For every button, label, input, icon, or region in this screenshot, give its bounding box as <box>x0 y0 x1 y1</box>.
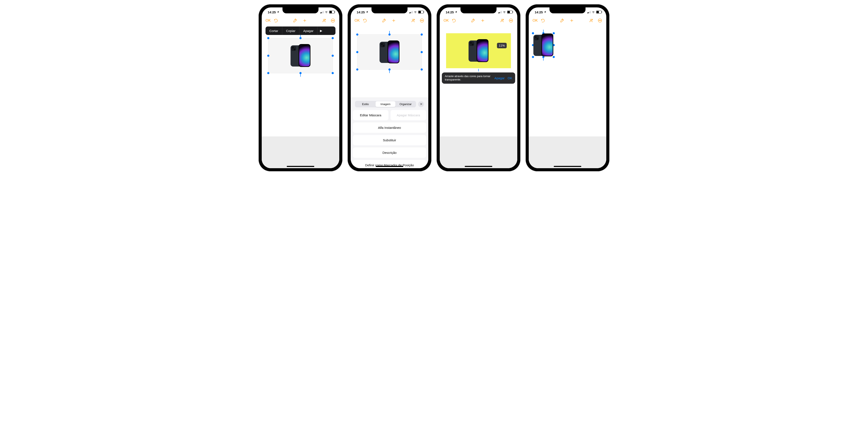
svg-point-23 <box>600 20 601 21</box>
toolbar: OK <box>529 16 606 25</box>
home-indicator[interactable] <box>376 166 403 167</box>
resize-handle[interactable] <box>421 33 423 36</box>
instant-alpha-button[interactable]: Alfa Instantâneo <box>353 123 426 133</box>
resize-handle[interactable] <box>356 33 358 36</box>
context-more-icon[interactable]: ▶ <box>317 29 325 32</box>
resize-handle[interactable] <box>332 37 334 39</box>
svg-point-15 <box>510 20 510 21</box>
alignment-guide-icon <box>478 69 479 71</box>
resize-handle[interactable] <box>332 55 334 57</box>
toolbar: OK <box>351 16 428 25</box>
collaborate-icon[interactable] <box>410 18 415 23</box>
replace-button[interactable]: Substituir <box>353 135 426 145</box>
alpha-percent-badge: 11% <box>497 43 507 48</box>
home-indicator[interactable] <box>554 166 581 167</box>
clock: 14:25 <box>446 10 454 14</box>
selected-image[interactable] <box>533 33 554 57</box>
svg-point-16 <box>511 20 511 21</box>
more-icon[interactable] <box>597 18 602 23</box>
tab-style[interactable]: Estilo <box>355 101 375 107</box>
phone-frame: 14:25 OK Cortar Copiar Apagar <box>258 4 342 171</box>
close-icon[interactable]: ✕ <box>418 101 424 107</box>
wifi-icon <box>414 11 417 13</box>
undo-icon[interactable] <box>362 18 368 23</box>
location-icon <box>366 11 368 13</box>
ok-button[interactable]: OK <box>354 19 360 23</box>
document-canvas[interactable] <box>351 25 428 98</box>
tab-image[interactable]: Imagem <box>375 101 396 107</box>
alignment-guide-icon <box>543 58 544 61</box>
alignment-guide-icon <box>543 30 544 32</box>
cellular-icon <box>587 11 591 13</box>
add-icon[interactable] <box>480 18 485 23</box>
context-cut[interactable]: Cortar <box>266 27 282 35</box>
alpha-clear-button[interactable]: Apagar <box>494 76 504 80</box>
resize-handle[interactable] <box>267 55 269 57</box>
edit-mask-button[interactable]: Editar Máscara <box>353 110 389 120</box>
alignment-guide-icon <box>300 74 301 77</box>
add-icon[interactable] <box>569 18 574 23</box>
svg-point-6 <box>412 19 414 21</box>
resize-handle[interactable] <box>267 37 269 39</box>
collaborate-icon[interactable] <box>588 18 594 23</box>
format-brush-icon[interactable] <box>559 18 564 23</box>
resize-handle[interactable] <box>356 51 358 53</box>
define-placeholder-button[interactable]: Definir como Marcador de Posição <box>353 160 426 168</box>
ok-button[interactable]: OK <box>266 19 271 23</box>
resize-handle[interactable] <box>300 72 302 74</box>
selected-image[interactable] <box>357 34 422 70</box>
page-background <box>529 136 606 168</box>
more-icon[interactable] <box>420 18 425 23</box>
phone-frame: 14:25 OK <box>526 4 610 171</box>
document-canvas[interactable] <box>529 25 606 168</box>
ok-button[interactable]: OK <box>532 19 538 23</box>
resize-handle[interactable] <box>389 68 391 70</box>
wifi-icon <box>324 11 328 13</box>
resize-handle[interactable] <box>332 72 334 74</box>
clock: 14:25 <box>356 10 365 14</box>
document-canvas[interactable]: 11% Arraste através das cores para torna… <box>440 25 517 168</box>
resize-handle[interactable] <box>421 51 423 53</box>
more-icon[interactable] <box>330 18 336 23</box>
notch <box>461 7 497 13</box>
tab-arrange[interactable]: Organizar <box>396 101 415 107</box>
home-indicator[interactable] <box>465 166 492 167</box>
product-image <box>290 44 310 67</box>
toolbar: OK <box>440 16 517 25</box>
battery-icon <box>507 10 513 13</box>
product-image <box>469 39 489 63</box>
format-sheet: Estilo Imagem Organizar ✕ Editar Máscara… <box>351 98 428 168</box>
undo-icon[interactable] <box>540 18 546 23</box>
resize-handle[interactable] <box>421 68 423 70</box>
undo-icon[interactable] <box>452 18 457 23</box>
location-icon <box>455 11 457 13</box>
cellular-icon <box>320 11 324 13</box>
format-brush-icon[interactable] <box>292 18 298 23</box>
document-canvas[interactable]: Cortar Copiar Apagar ▶ <box>262 25 339 168</box>
resize-handle[interactable] <box>356 68 358 70</box>
add-icon[interactable] <box>391 18 396 23</box>
instant-alpha-selection[interactable] <box>446 33 511 68</box>
more-icon[interactable] <box>508 18 514 23</box>
alpha-ok-button[interactable]: OK <box>507 76 512 80</box>
collaborate-icon[interactable] <box>321 18 327 23</box>
battery-icon <box>329 10 335 13</box>
collaborate-icon[interactable] <box>499 18 504 23</box>
resize-handle[interactable] <box>389 33 391 36</box>
svg-point-9 <box>421 20 421 21</box>
resize-handle[interactable] <box>300 37 302 39</box>
alpha-hint-text: Arraste através das cores para tornar tr… <box>445 74 491 82</box>
resize-handle[interactable] <box>267 72 269 74</box>
context-copy[interactable]: Copiar <box>282 27 300 35</box>
add-icon[interactable] <box>302 18 307 23</box>
ok-button[interactable]: OK <box>443 19 449 23</box>
format-brush-icon[interactable] <box>470 18 475 23</box>
selected-image[interactable] <box>268 38 333 73</box>
format-brush-icon[interactable] <box>381 18 386 23</box>
context-delete[interactable]: Apagar <box>300 27 317 35</box>
home-indicator[interactable] <box>287 166 314 167</box>
svg-point-10 <box>422 20 422 21</box>
undo-icon[interactable] <box>273 18 278 23</box>
description-button[interactable]: Descrição <box>353 148 426 158</box>
product-image <box>379 40 399 64</box>
